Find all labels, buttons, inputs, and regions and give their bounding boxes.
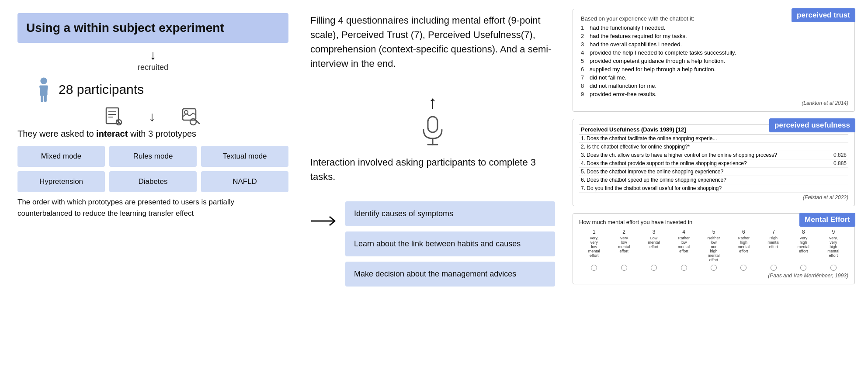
usefulness-citation: (Følstad et al 2022)	[579, 194, 848, 200]
mode-textual: Textual mode	[201, 146, 288, 167]
scale-label-2: Verylowmentaleffort	[611, 236, 637, 262]
table-row: 5. Does the chatbot improve the online s…	[579, 168, 848, 176]
arrow-up: ↑	[428, 93, 437, 112]
table-row: 6. Does the chatbot speed up the online …	[579, 176, 848, 184]
table-row: 7did not fail me.	[579, 73, 848, 82]
questionnaire-text: Filling 4 questionnaires including menta…	[310, 13, 555, 71]
mid-bottom: Identify causes of symptoms Learn about …	[310, 201, 555, 287]
interaction-text: Interaction involved asking participants…	[310, 155, 555, 184]
radio-6[interactable]	[740, 265, 746, 271]
trust-citation: (Lankton et al 2014)	[579, 100, 848, 106]
document-icon	[105, 107, 123, 126]
table-row: 2had the features required for my tasks.	[579, 32, 848, 40]
mental-effort-badge: Mental Effort	[799, 213, 855, 227]
mode-diabetes: Diabetes	[109, 171, 197, 192]
table-row: 4provided the help I needed to complete …	[579, 48, 848, 57]
left-panel: Using a within subject experiment ↓ recr…	[9, 9, 297, 364]
radio-4[interactable]	[681, 265, 687, 271]
perceived-trust-badge: perceived trust	[792, 8, 855, 22]
perceived-usefulness-card: perceived usefulness Perceived Usefulnes…	[573, 119, 855, 206]
scale-labels-row: Very,verylowmentaleffort Verylowmentalef…	[579, 236, 848, 262]
scale-label-5: Neitherlownorhighmentaleffort	[701, 236, 727, 262]
image-search-icon	[182, 107, 201, 126]
scale-label-8: Veryhighmentaleffort	[790, 236, 816, 262]
table-row: 3had the overall capabilities I needed.	[579, 40, 848, 48]
arrow-right-icon	[310, 214, 337, 228]
scale-label-9: Very,veryhighmentaleffort	[820, 236, 847, 262]
participants-count: 28 participants	[59, 82, 144, 97]
icons-row: ↓	[17, 107, 288, 126]
table-row: 2. Is the chatbot effective for online s…	[579, 143, 848, 151]
table-row: 5provided competent guidance through a h…	[579, 57, 848, 65]
mode-hypertension: Hypretension	[17, 171, 105, 192]
radio-5[interactable]	[711, 265, 717, 271]
task-1: Identify causes of symptoms	[345, 201, 555, 226]
tasks-list: Identify causes of symptoms Learn about …	[345, 201, 555, 287]
interact-post: with 3 prototypes	[128, 129, 196, 138]
radio-9[interactable]	[830, 265, 837, 271]
mode-grid: Mixed mode Rules mode Textual mode Hypre…	[17, 146, 288, 192]
table-row: 9provided error-free results.	[579, 90, 848, 98]
title-box: Using a within subject experiment	[17, 13, 288, 43]
perceived-usefulness-badge: perceived usefulness	[769, 118, 855, 132]
svg-rect-4	[41, 95, 43, 102]
mic-section: ↑	[310, 93, 555, 146]
radio-3[interactable]	[651, 265, 657, 271]
radio-2[interactable]	[621, 265, 627, 271]
task-3: Make decision about the management advic…	[345, 262, 555, 287]
scale-numbers: 1 2 3 4 5 6 7 8 9	[579, 229, 848, 235]
interact-pre: They were asked to	[17, 129, 96, 138]
scale-label-4: Ratherlowmentaleffort	[671, 236, 697, 262]
radio-8[interactable]	[800, 265, 806, 271]
table-row: 3. Does the ch. allow users to have a hi…	[579, 151, 848, 159]
usefulness-table: Perceived Usefulness (Davis 1989) [12] 1…	[579, 124, 848, 193]
microphone-icon	[421, 116, 444, 146]
right-panel: perceived trust Based on your experience…	[568, 9, 859, 364]
radio-row	[579, 265, 848, 271]
mode-rules: Rules mode	[109, 146, 197, 167]
table-row: 6supplied my need for help through a hel…	[579, 65, 848, 73]
mode-nafld: NAFLD	[201, 171, 288, 192]
svg-rect-15	[428, 117, 437, 132]
recruited-label: recruited	[17, 63, 288, 72]
table-row: 4. Does the chatbot provide support to t…	[579, 159, 848, 168]
person-icon	[35, 76, 52, 103]
mental-effort-card: Mental Effort How much mental effort you…	[573, 213, 855, 284]
mental-effort-citation: (Paas and Van Merriënboer, 1993)	[579, 273, 848, 279]
table-row: 1. Does the chatbot facilitate the onlin…	[579, 135, 848, 143]
perceived-trust-card: perceived trust Based on your experience…	[573, 9, 855, 112]
main-title: Using a within subject experiment	[26, 21, 280, 35]
interact-text: They were asked to interact with 3 proto…	[17, 129, 288, 139]
radio-1[interactable]	[591, 265, 597, 271]
counterbalanced-text: The order with which prototypes are pres…	[17, 197, 288, 219]
table-row: 7. Do you find the chatbot overall usefu…	[579, 184, 848, 193]
interact-bold: interact	[96, 129, 128, 138]
scale-label-1: Very,verylowmentaleffort	[581, 236, 607, 262]
trust-table: Based on your experience with the chatbo…	[579, 14, 848, 98]
scale-label-7: Highmentaleffort	[760, 236, 787, 262]
svg-point-12	[184, 111, 188, 114]
task-2: Learn about the link between habits and …	[345, 231, 555, 256]
scale-label-3: Lowmentaleffort	[641, 236, 667, 262]
svg-point-0	[40, 78, 47, 84]
table-row: 8did not malfunction for me.	[579, 82, 848, 90]
arrow-down-2: ↓	[149, 109, 156, 124]
scale-label-6: Ratherhighmentaleffort	[730, 236, 757, 262]
radio-7[interactable]	[771, 265, 777, 271]
middle-panel: Filling 4 questionnaires including menta…	[297, 9, 568, 364]
mode-mixed: Mixed mode	[17, 146, 105, 167]
arrow-down-1: ↓	[17, 47, 288, 63]
participants-row: 28 participants	[35, 76, 288, 103]
svg-rect-5	[44, 95, 47, 102]
table-row: 1had the functionality I needed.	[579, 24, 848, 32]
